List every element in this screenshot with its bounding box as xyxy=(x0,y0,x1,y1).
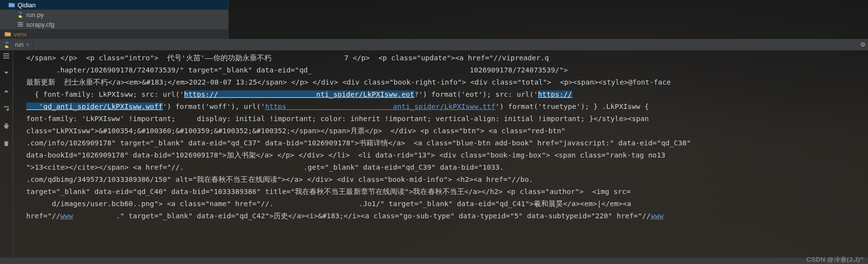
link-www[interactable]: www xyxy=(60,212,73,220)
tree-file-label: run.py xyxy=(26,11,44,18)
link-eot[interactable]: https:// nti_spider/LkPXIsww.eot xyxy=(184,90,414,98)
print-icon[interactable] xyxy=(3,123,10,131)
python-file-icon xyxy=(17,11,24,18)
svg-rect-3 xyxy=(3,53,9,54)
svg-rect-4 xyxy=(3,55,9,56)
status-bar xyxy=(0,258,868,264)
tree-folder-venv[interactable]: venv xyxy=(0,29,228,39)
settings-gear-icon[interactable]: ⚙ xyxy=(861,40,865,49)
svg-rect-5 xyxy=(3,58,9,59)
folder-icon xyxy=(8,1,16,9)
svg-rect-1 xyxy=(18,24,23,25)
expand-icon[interactable] xyxy=(3,88,10,96)
structure-icon[interactable] xyxy=(3,53,10,61)
wrap-icon[interactable] xyxy=(3,105,10,113)
svg-rect-8 xyxy=(5,127,7,129)
svg-rect-10 xyxy=(4,141,9,142)
tab-close-icon[interactable]: × xyxy=(26,41,29,48)
svg-rect-0 xyxy=(18,22,23,23)
editor-gutter xyxy=(0,50,13,258)
tree-file-runpy[interactable]: run.py xyxy=(0,10,228,19)
tab-label: run xyxy=(15,41,23,48)
config-file-icon xyxy=(17,20,24,28)
tree-folder-qidian[interactable]: Qidian xyxy=(0,0,228,10)
tree-folder-label: Qidian xyxy=(17,1,36,9)
tree-file-scrapycfg[interactable]: scrapy.cfg xyxy=(0,19,228,29)
collapse-icon[interactable] xyxy=(3,70,10,78)
tree-folder-label: venv xyxy=(14,31,27,38)
link-prefix[interactable]: https:// xyxy=(538,90,572,98)
tree-file-label: scrapy.cfg xyxy=(26,21,54,28)
svg-rect-9 xyxy=(5,142,8,146)
editor-tabs-bar: run × xyxy=(0,39,868,51)
svg-rect-2 xyxy=(18,26,23,27)
delete-icon[interactable] xyxy=(3,140,10,148)
svg-rect-7 xyxy=(5,123,7,125)
project-tree-panel: Qidian run.py scrapy.cfg venv xyxy=(0,0,229,39)
link-woff[interactable]: 'qd_anti_spider/LkPXIsww.woff xyxy=(26,103,163,110)
python-file-icon xyxy=(3,41,11,49)
editor-scroll-area[interactable]: </span> </p> <p class="intro"> 代号'火苗'——你… xyxy=(13,50,868,258)
tab-run[interactable]: run × xyxy=(0,39,34,50)
watermark: CSDN @冷巷(J,J)ᴴ xyxy=(806,255,863,264)
svg-rect-6 xyxy=(4,125,9,127)
link-ttf[interactable]: https anti_spider/LkPXIsww.ttf xyxy=(265,103,495,110)
link-www2[interactable]: www xyxy=(651,212,664,220)
editor-content: </span> </p> <p class="intro"> 代号'火苗'——你… xyxy=(13,50,868,222)
library-folder-icon xyxy=(4,30,12,38)
